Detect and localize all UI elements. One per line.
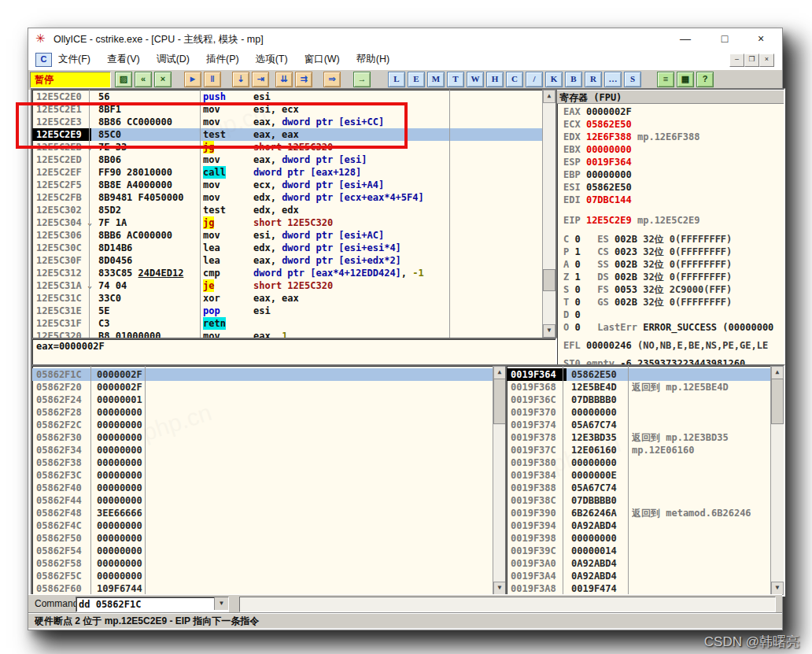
dump-row[interactable]: 05862F2800000000 [32,406,493,419]
dump-row[interactable]: 05862F5C00000000 [32,570,493,582]
disasm-row[interactable]: 12E5C31FC3retn [32,317,543,330]
dump-row[interactable]: 05862F5000000000 [32,532,493,545]
disasm-row[interactable]: 12E5C2F58B8E A4000000movecx, dword ptr [… [32,179,543,191]
dump-row[interactable]: 05862F4C00000000 [32,519,493,532]
scroll-up-icon[interactable]: ▲ [493,366,506,379]
disasm-row[interactable]: 12E5C304⌄7F 1Ajgshort 12E5C320 [32,216,543,229]
stack-row[interactable]: 0019F37C12E06160mp.12E06160 [507,444,771,456]
dump-row[interactable]: 05862F3C00000000 [32,469,493,482]
memory-dump-pane[interactable]: 05862F1C0000002F05862F200000002F05862F24… [31,364,507,597]
stack-row[interactable]: 0019F37812E3BD35返回到 mp.12E3BD35 [507,431,771,444]
registers-pane[interactable]: 寄存器 (FPU) EAX 0000002FECX 05862E50EDX 12… [555,88,785,366]
flag-row[interactable]: Z 1 DS 002B 32位 0(FFFFFFFF) [563,271,732,283]
dump-row[interactable]: 05862F5400000000 [32,545,493,557]
menu-help[interactable]: 帮助(H) [356,53,389,66]
run-trace-button[interactable]: … [604,72,622,87]
title-bar[interactable]: ✳ OllyICE - cstrike.exe - [CPU - 主线程, 模块… [28,28,782,50]
pause-button[interactable]: ‖ [204,72,221,87]
minimize-button[interactable]: — [674,31,697,46]
command-combobox[interactable]: dd 05862F1C ▼ [76,597,229,612]
dump-row[interactable]: 05862F5800000000 [32,557,493,570]
close-button[interactable]: × [749,31,773,46]
stack-row[interactable]: 0019F37000000000 [507,406,771,419]
dump-row[interactable]: 05862F3000000000 [32,431,493,444]
flag-row[interactable]: C 0 ES 002B 32位 0(FFFFFFFF) [563,233,732,246]
mdi-close-button[interactable]: × [759,54,774,67]
memory-map-button[interactable]: M [427,72,445,87]
efl-row[interactable]: EFL 00000246 (NO,NB,E,BE,NS,PE,GE,LE [563,339,768,352]
stack-scrollbar[interactable]: ▲ ▼ [770,366,784,595]
step-into-button[interactable]: ⇣ [232,72,249,87]
stack-row[interactable]: 0019F38000000000 [507,456,771,469]
dump-row[interactable]: 05862F4000000000 [32,482,493,494]
register-row[interactable]: EDX 12E6F388 mp.12E6F388 [563,131,699,143]
animate-over-button[interactable]: ⇉ [295,72,312,87]
dump-row[interactable]: 05862F1C0000002F [32,368,493,381]
disasm-row[interactable]: 12E5C31C33C0xoreax, eax [32,292,543,305]
stack-row[interactable]: 0019F38C07DBBBB0 [507,494,771,507]
scroll-up-icon[interactable]: ▲ [543,90,555,103]
info-pane[interactable]: eax=0000002F [31,338,557,366]
dump-row[interactable]: 05862F483EE66666 [32,507,493,519]
close-process-button[interactable]: × [154,72,172,87]
dump-row[interactable]: 05862F3800000000 [32,456,493,469]
dump-row[interactable]: 05862F2C00000000 [32,419,493,431]
disasm-row[interactable]: 12E5C30C8D14B6leaedx, dword ptr [esi+esi… [32,242,543,254]
menu-file[interactable]: 文件(F) [58,53,90,66]
references-button[interactable]: R [585,72,602,87]
dump-row[interactable]: 05862F200000002F [32,381,493,394]
stack-pane[interactable]: 0019F36405862E500019F36812E5BE4D返回到 mp.1… [505,364,785,597]
scroll-down-icon[interactable]: ▼ [493,582,506,595]
scrollbar-thumb[interactable] [493,379,506,424]
stack-row[interactable]: 0019F36812E5BE4D返回到 mp.12E5BE4D [507,381,771,394]
stack-row[interactable]: 0019F37405A67C74 [507,419,771,431]
dump-row[interactable]: 05862F60109F6744 [32,582,493,595]
mdi-minimize-button[interactable]: – [729,54,744,67]
stack-row[interactable]: 0019F39800000000 [507,532,771,545]
dump-row[interactable]: 05862F3400000000 [32,444,493,456]
disasm-row[interactable]: 12E5C312833C85 24D4ED12cmpdword ptr [eax… [32,267,543,279]
scroll-down-icon[interactable]: ▼ [771,582,784,595]
goto-button[interactable]: → [353,72,371,87]
help-button[interactable]: ? [696,72,714,87]
dump-row[interactable]: 05862F2400000001 [32,394,493,406]
register-row[interactable]: ECX 05862E50 [563,118,632,131]
windows-w-button[interactable]: W [467,72,484,87]
call-stack-button[interactable]: K [545,72,563,87]
flag-row[interactable]: P 1 CS 0023 32位 0(FFFFFFFF) [563,246,732,258]
command-input[interactable]: dd 05862F1C [79,598,141,611]
disasm-row[interactable]: 12E5C2E056pushesi [32,91,543,103]
register-row[interactable]: EBX 00000000 [563,143,632,156]
menu-plugins[interactable]: 插件(P) [206,53,239,66]
maximize-button[interactable]: □ [713,31,736,46]
handles-button[interactable]: H [486,72,504,87]
open-file-button[interactable]: ▨ [115,72,132,87]
stack-row[interactable]: 0019F36C07DBBBB0 [507,394,771,406]
dump-row[interactable]: 05862F4400000000 [32,494,493,507]
stack-row[interactable]: 0019F3A40A92ABD4 [507,570,771,582]
register-row[interactable]: EAX 0000002F [563,105,632,118]
patches-button[interactable]: / [526,72,543,87]
stack-row[interactable]: 0019F39C00000014 [507,545,771,557]
run-button[interactable]: ► [184,72,201,87]
disasm-row[interactable]: 12E5C31E5Epopesi [32,305,543,317]
eip-row[interactable]: EIP 12E5C2E9 mp.12E5C2E9 [563,214,699,227]
stack-row[interactable]: 0019F3840000000E [507,469,771,482]
stack-row[interactable]: 0019F3A00A92ABD4 [507,557,771,570]
mdi-restore-button[interactable]: ❐ [744,54,759,67]
source-button[interactable]: S [624,72,641,87]
dropdown-arrow-icon[interactable]: ▼ [214,597,228,610]
stack-row[interactable]: 0019F3A80019F474 [507,582,771,595]
register-row[interactable]: EDI 07DBC144 [563,194,632,206]
animate-into-button[interactable]: ⇊ [275,72,293,87]
stack-row[interactable]: 0019F38805A67C74 [507,482,771,494]
disasm-row[interactable]: 12E5C30F8D0456leaeax, dword ptr [esi+edx… [32,254,543,267]
dump-scrollbar[interactable]: ▲ ▼ [493,366,506,595]
register-row[interactable]: ESI 05862E50 [563,181,632,194]
log-button[interactable]: L [388,72,405,87]
menu-window[interactable]: 窗口(W) [304,53,340,66]
disasm-row[interactable]: 12E5C2ED8B06moveax, dword ptr [esi] [32,153,543,166]
stack-row[interactable]: 0019F3940A92ABD4 [507,519,771,532]
disasm-row[interactable]: 12E5C30285D2testedx, edx [32,204,543,216]
disasm-row[interactable]: 12E5C31A⌄74 04jeshort 12E5C320 [32,279,543,292]
